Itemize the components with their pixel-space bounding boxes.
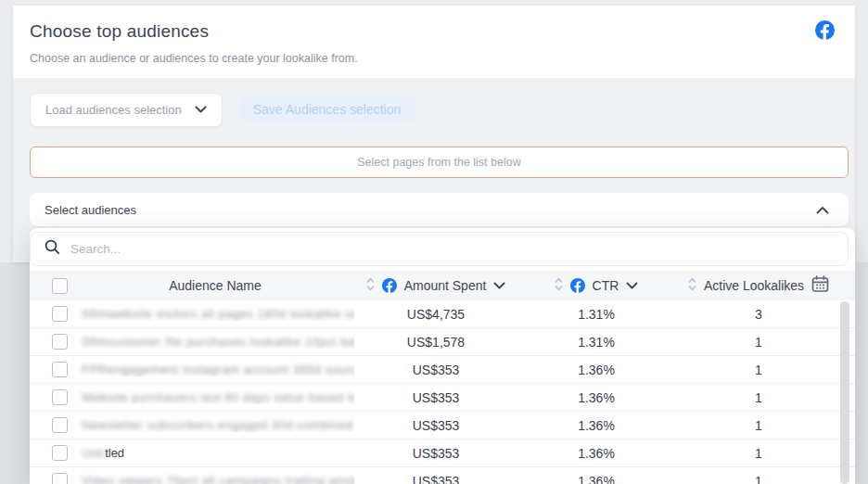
amount-spent-cell: US$353	[354, 363, 517, 377]
table-row[interactable]: Newsletter subscribers engaged 30d combi…	[30, 412, 855, 439]
facebook-icon	[570, 278, 585, 293]
audience-name-redacted: Sftmcustomer file purchases lookalike 10…	[82, 335, 354, 349]
column-audience-name[interactable]: Audience Name	[76, 278, 354, 293]
ctr-cell: 1.36%	[517, 363, 675, 377]
chevron-down-icon[interactable]	[626, 278, 638, 293]
search-input[interactable]	[70, 242, 834, 256]
active-lookalikes-cell: 1	[675, 390, 842, 405]
select-pages-notice-text: Select pages from the list below	[357, 156, 520, 169]
vertical-scrollbar[interactable]	[840, 301, 849, 484]
amount-spent-cell: US$353	[354, 474, 517, 484]
column-active-lookalikes-label: Active Lookalikes	[704, 278, 804, 293]
ctr-cell: 1.36%	[517, 446, 675, 461]
active-lookalikes-cell: 3	[675, 307, 842, 322]
toolbar: Load audiences selection Save Audiences …	[30, 90, 849, 129]
select-all-checkbox[interactable]	[52, 278, 68, 294]
active-lookalikes-cell: 1	[675, 418, 842, 433]
amount-spent-cell: US$353	[354, 390, 517, 405]
active-lookalikes-cell: 1	[675, 363, 842, 377]
audience-name-redacted: Website purchasers last 90 days value ba…	[82, 390, 354, 404]
table-row[interactable]: FPRengagement instagram account 365d sou…	[30, 356, 855, 384]
audience-name-cell: Sftmcustomer file purchases lookalike 10…	[76, 335, 354, 349]
ctr-cell: 1.36%	[517, 418, 675, 433]
sort-icon[interactable]	[688, 277, 696, 294]
column-ctr-label: CTR	[593, 278, 619, 293]
audience-name-redacted: FPRengagement instagram account 365d sou…	[82, 363, 354, 376]
save-audiences-button[interactable]: Save Audiences selection	[239, 96, 415, 123]
amount-spent-cell: US$4,735	[354, 307, 517, 322]
select-audiences-toggle[interactable]: Select audiences	[30, 193, 849, 226]
sort-icon[interactable]	[366, 277, 375, 294]
card-body: Load audiences selection Save Audiences …	[13, 78, 855, 226]
select-audiences-label: Select audiences	[45, 203, 136, 217]
calendar-icon[interactable]	[811, 275, 829, 296]
search-icon	[45, 239, 60, 259]
page-title: Choose top audiences	[30, 21, 838, 42]
facebook-icon	[815, 20, 835, 40]
row-checkbox[interactable]	[52, 334, 68, 350]
sort-icon[interactable]	[555, 277, 563, 294]
audience-name-cell: Untitled	[76, 446, 354, 460]
table-row[interactable]: Sftmcustomer file purchases lookalike 10…	[30, 328, 855, 356]
ctr-cell: 1.36%	[517, 474, 675, 484]
active-lookalikes-cell: 1	[675, 335, 842, 350]
table-row[interactable]: Sftmwebsite visitors all pages 180d look…	[30, 300, 855, 328]
audience-name-visible: tled	[105, 446, 124, 460]
chevron-down-icon[interactable]	[493, 278, 505, 293]
table-header: Audience Name Amount Spent	[30, 271, 855, 300]
chevron-down-icon	[195, 103, 207, 117]
ctr-cell: 1.31%	[517, 335, 675, 350]
audiences-dropdown-panel: Audience Name Amount Spent	[30, 228, 855, 484]
column-amount-spent[interactable]: Amount Spent	[354, 277, 517, 294]
main-card: Choose top audiences Choose an audience …	[13, 6, 855, 262]
table-row[interactable]: Website purchasers last 90 days value ba…	[30, 384, 855, 412]
amount-spent-cell: US$353	[354, 446, 517, 461]
chevron-up-icon	[816, 203, 829, 217]
amount-spent-cell: US$353	[354, 418, 517, 433]
column-active-lookalikes[interactable]: Active Lookalikes	[675, 275, 842, 296]
row-checkbox[interactable]	[52, 473, 68, 484]
audience-name-redacted: Video viewers 75pct all campaigns traili…	[82, 474, 354, 484]
active-lookalikes-cell: 1	[675, 474, 842, 484]
amount-spent-cell: US$1,578	[354, 335, 517, 350]
audience-name-redacted: Unti	[82, 446, 105, 460]
select-pages-notice: Select pages from the list below	[30, 146, 849, 178]
audience-name-cell: Newsletter subscribers engaged 30d combi…	[76, 418, 354, 432]
audience-name-cell: FPRengagement instagram account 365d sou…	[76, 363, 354, 376]
audience-name-redacted: Sftmwebsite visitors all pages 180d look…	[82, 307, 354, 321]
column-amount-spent-label: Amount Spent	[404, 278, 487, 293]
row-checkbox[interactable]	[52, 445, 68, 461]
table-row[interactable]: Video viewers 75pct all campaigns traili…	[30, 467, 855, 484]
audience-name-cell: Website purchasers last 90 days value ba…	[76, 390, 354, 404]
audience-name-cell: Video viewers 75pct all campaigns traili…	[76, 474, 354, 484]
facebook-icon	[382, 278, 397, 293]
row-checkbox[interactable]	[52, 417, 68, 433]
row-checkbox[interactable]	[52, 306, 68, 322]
table-row[interactable]: UntitledUS$3531.36%1	[30, 439, 855, 467]
load-audiences-label: Load audiences selection	[45, 103, 182, 117]
row-checkbox[interactable]	[52, 389, 68, 405]
page-subtitle: Choose an audience or audiences to creat…	[30, 52, 838, 65]
ctr-cell: 1.36%	[517, 390, 675, 405]
table-body: Sftmwebsite visitors all pages 180d look…	[30, 300, 855, 484]
audience-name-redacted: Newsletter subscribers engaged 30d combi…	[82, 418, 354, 432]
active-lookalikes-cell: 1	[675, 446, 842, 461]
choose-top-audiences-modal: Choose top audiences Choose an audience …	[0, 0, 868, 484]
audience-name-cell: Sftmwebsite visitors all pages 180d look…	[76, 307, 354, 321]
ctr-cell: 1.31%	[517, 307, 675, 322]
card-header: Choose top audiences Choose an audience …	[13, 6, 855, 78]
search-box[interactable]	[30, 232, 849, 266]
load-audiences-button[interactable]: Load audiences selection	[30, 93, 223, 127]
column-ctr[interactable]: CTR	[517, 277, 675, 294]
row-checkbox[interactable]	[52, 362, 68, 377]
